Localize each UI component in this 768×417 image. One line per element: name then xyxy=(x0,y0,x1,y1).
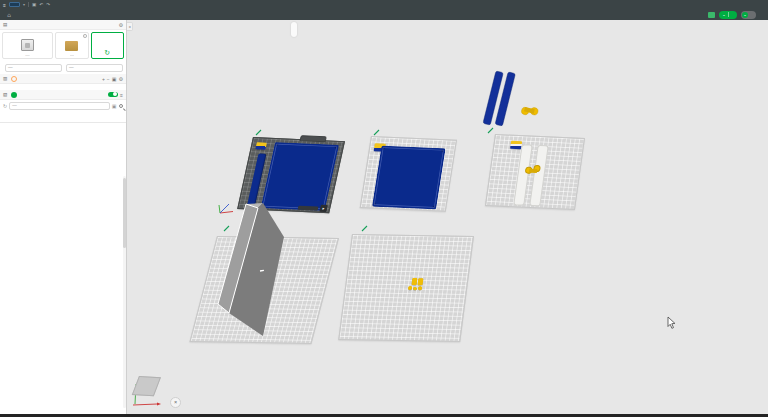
printer-card[interactable] xyxy=(2,32,53,59)
gold-clip-object[interactable] xyxy=(524,165,542,178)
slice-plate-button[interactable]: ⌄ xyxy=(719,11,736,19)
left-panel: ▤ ⚙ i ↻ ▥ xyxy=(0,20,127,414)
plate-type-name xyxy=(70,52,74,57)
settings-scrollbar[interactable] xyxy=(123,176,126,408)
save-icon[interactable]: ▣ xyxy=(32,2,36,7)
viewport-toolbar xyxy=(291,22,297,37)
book-cover-object[interactable] xyxy=(261,142,340,211)
preset-save-icon[interactable]: ▣ xyxy=(112,103,117,109)
app-menu-icon[interactable]: ≡ xyxy=(3,2,6,8)
printer-settings-icon[interactable]: ⚙ xyxy=(119,22,123,28)
build-plate-5[interactable] xyxy=(338,234,474,342)
build-plate-1[interactable]: ▸ xyxy=(237,137,345,213)
camera-icon[interactable] xyxy=(708,12,715,18)
yellow-parts-object[interactable] xyxy=(408,278,428,291)
process-icon: ▧ xyxy=(3,92,7,97)
build-plate-3[interactable] xyxy=(485,134,585,210)
scope-global-button[interactable] xyxy=(11,92,17,98)
remove-filament-icon[interactable]: − xyxy=(107,76,110,82)
undo-icon[interactable]: ↶ xyxy=(39,2,43,7)
plate-1-handle[interactable] xyxy=(300,135,327,142)
preset-refresh-icon[interactable]: ↻ xyxy=(3,103,7,109)
flushing-volumes-button[interactable] xyxy=(11,76,17,82)
build-plate-4[interactable] xyxy=(189,236,339,344)
arrange-floating-button[interactable]: × xyxy=(170,397,181,408)
filament-icon: ▥ xyxy=(3,76,7,81)
floating-gold-clip xyxy=(521,105,539,118)
advanced-toggle[interactable] xyxy=(108,92,118,98)
diameter-input[interactable] xyxy=(5,64,62,72)
flow-input[interactable] xyxy=(66,64,123,72)
printer-image xyxy=(21,39,34,51)
print-dropdown-icon[interactable]: ⌄ xyxy=(742,12,748,18)
viewport-3d[interactable]: ◂ ▸ xyxy=(127,20,768,414)
plate-type-card[interactable]: i xyxy=(55,32,88,59)
printer-section-header: ▤ ⚙ xyxy=(0,20,126,30)
plate-logo xyxy=(298,206,319,211)
color-swatch-object[interactable] xyxy=(255,142,267,149)
plate-texture-image xyxy=(65,41,78,51)
preset-dropdown[interactable] xyxy=(9,102,110,110)
filament-settings-icon[interactable]: ⚙ xyxy=(119,76,123,82)
add-filament-icon[interactable]: + xyxy=(102,76,105,82)
book-cover-object[interactable] xyxy=(372,146,446,210)
title-bar: ≡ ▾ ▣ ↶ ↷ xyxy=(0,0,768,9)
process-section-header: ▧ ≡ xyxy=(0,90,126,100)
view-gizmo[interactable] xyxy=(132,376,161,396)
printer-name xyxy=(25,52,29,57)
main-tab-bar: ⌂ ⌄ ⌄ xyxy=(0,9,768,20)
sync-info-button[interactable]: ↻ xyxy=(91,32,124,59)
build-plate-2[interactable] xyxy=(360,136,457,212)
printer-icon: ▤ xyxy=(3,22,7,27)
filament-save-icon[interactable]: ▣ xyxy=(112,76,117,82)
viewport-overlay xyxy=(127,20,768,414)
print-plate-button[interactable]: ⌄ xyxy=(741,11,757,19)
file-menu-badge[interactable] xyxy=(9,2,20,7)
home-icon[interactable]: ⌂ xyxy=(0,12,18,18)
file-caret-icon[interactable]: ▾ xyxy=(23,2,25,7)
axes-indicator xyxy=(219,204,233,213)
redo-icon[interactable]: ↷ xyxy=(46,2,50,7)
plate-logo-mark: ▸ xyxy=(319,205,328,212)
collapse-panel-icon[interactable]: ◂ xyxy=(127,22,133,31)
slice-dropdown-icon[interactable]: ⌄ xyxy=(719,12,728,17)
mouse-cursor xyxy=(668,317,675,328)
sync-icon: ↻ xyxy=(104,49,110,56)
floating-book-spines xyxy=(483,69,515,128)
compare-icon[interactable]: ≡ xyxy=(120,92,123,98)
search-icon[interactable] xyxy=(119,104,124,109)
info-icon: i xyxy=(83,34,87,38)
filaments-section-header: ▥ + − ▣ ⚙ xyxy=(0,74,126,84)
